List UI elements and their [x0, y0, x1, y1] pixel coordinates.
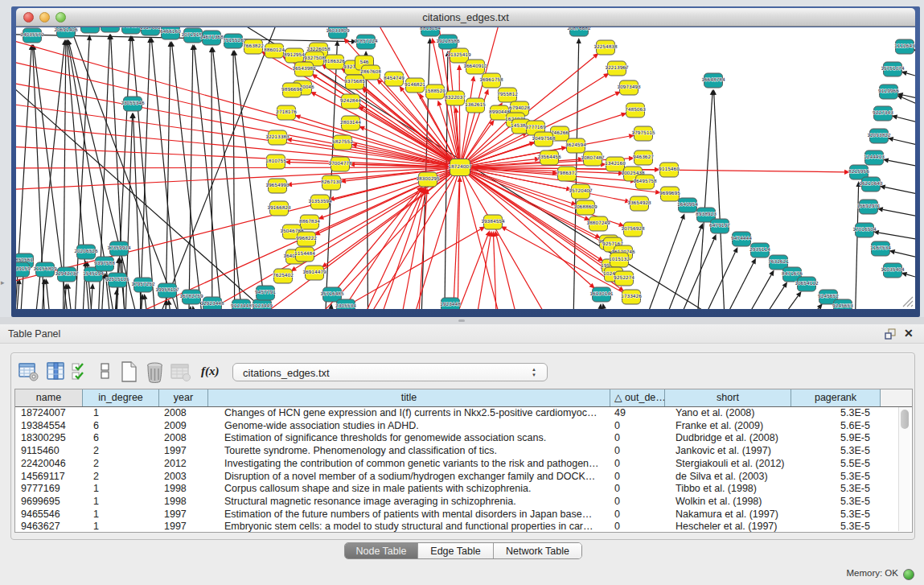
graph-node[interactable]: 19384554 — [481, 215, 505, 229]
graph-node[interactable]: 7625402 — [273, 269, 294, 283]
graph-node[interactable]: 9699695 — [659, 187, 680, 201]
graph-edge[interactable] — [712, 89, 727, 309]
graph-node[interactable]: 19166823 — [267, 201, 291, 216]
network-canvas[interactable]: 2403557220691406160446602095379610653267… — [16, 27, 915, 309]
graph-node[interactable]: 1167534 — [870, 241, 891, 256]
column-header-short[interactable]: short — [665, 389, 791, 406]
graph-node[interactable]: 10497568 — [532, 132, 556, 146]
graph-node[interactable]: 16044660 — [78, 27, 102, 33]
graph-node[interactable]: 9115460 — [659, 163, 680, 177]
graph-node[interactable]: 16033809 — [326, 27, 350, 39]
graph-node[interactable]: 7515526 — [223, 34, 244, 48]
delete-icon[interactable] — [146, 361, 165, 384]
graph-node[interactable]: 1015132 — [609, 253, 630, 267]
graph-node[interactable]: 17857224 — [354, 35, 378, 49]
graph-node[interactable]: 11353594 — [308, 195, 332, 209]
graph-node[interactable]: 18300295 — [416, 172, 440, 187]
graph-node[interactable]: 9227343 — [873, 106, 893, 121]
resize-grip-icon[interactable] — [901, 295, 914, 307]
graph-node[interactable]: 12213383 — [265, 130, 290, 145]
graph-node[interactable]: 8267130 — [321, 175, 342, 190]
table-column-icon[interactable] — [47, 361, 66, 382]
graph-edge[interactable] — [318, 167, 460, 220]
graph-node[interactable]: 19958107 — [155, 283, 179, 298]
row-height-icon[interactable] — [100, 361, 111, 382]
graph-edge[interactable] — [494, 231, 531, 309]
graph-node[interactable]: 15720407 — [569, 184, 593, 199]
graph-node[interactable]: 9146821 — [405, 78, 425, 93]
graph-node[interactable]: 13654923 — [627, 196, 651, 211]
graph-edge[interactable] — [659, 234, 717, 309]
table-row[interactable]: 1830029562008Estimation of significance … — [15, 432, 912, 445]
graph-edge[interactable] — [694, 89, 715, 309]
tab-node-table[interactable]: Node Table — [345, 543, 417, 559]
graph-node[interactable]: 9245653 — [832, 299, 853, 309]
panel-splitter[interactable] — [0, 317, 924, 324]
graph-node[interactable]: 6479197 — [709, 219, 730, 233]
graph-node[interactable]: 16961758 — [479, 73, 503, 88]
table-row[interactable]: 977716911998Corpus callosum shape and si… — [15, 483, 912, 496]
graph-node[interactable]: 9896696 — [281, 83, 302, 97]
tab-network-table[interactable]: Network Table — [493, 543, 581, 559]
graph-edge[interactable] — [877, 207, 915, 222]
graph-node[interactable]: 16543982 — [292, 62, 316, 76]
table-row[interactable]: 1938455462009Genome-wide association stu… — [15, 420, 912, 433]
graph-node[interactable]: 9375685 — [344, 75, 365, 89]
graph-node[interactable]: 12254838 — [593, 40, 618, 55]
graph-node[interactable]: 16495758 — [633, 175, 657, 189]
graph-node[interactable]: 2803144 — [340, 116, 361, 130]
graph-node[interactable]: 1362615 — [465, 98, 486, 113]
graph-edge[interactable] — [460, 76, 475, 167]
graph-edge[interactable] — [647, 223, 703, 309]
graph-node[interactable]: 8454749 — [384, 72, 405, 86]
graph-node[interactable]: 8860124 — [264, 43, 285, 58]
graph-edge[interactable] — [302, 60, 460, 167]
graph-edge[interactable] — [892, 114, 915, 130]
graph-edge[interactable] — [770, 303, 823, 309]
graph-node[interactable]: 20206526 — [74, 245, 98, 259]
graph-node[interactable]: 1244413 — [864, 150, 885, 165]
table-row[interactable]: 911546021997Tourette syndrome. Phenomeno… — [15, 445, 912, 458]
graph-edge[interactable] — [232, 50, 272, 309]
graph-node[interactable]: 1112643 — [894, 39, 915, 54]
graph-node[interactable]: 12213967 — [605, 61, 629, 76]
table-row[interactable]: 1456911722003Disruption of a novel membe… — [15, 471, 912, 484]
graph-node[interactable]: 7663822 — [243, 39, 264, 54]
table-row[interactable]: 2242004622012Investigating the contribut… — [15, 458, 912, 471]
graph-edge[interactable] — [901, 272, 915, 286]
graph-node[interactable]: 2935114 — [749, 243, 770, 257]
table-row[interactable]: 969969511998Structural magnetic resonanc… — [15, 496, 912, 509]
graph-node[interactable]: 9252274 — [614, 271, 634, 286]
graph-node[interactable]: 8186326 — [324, 55, 345, 69]
graph-node[interactable]: 12093822 — [867, 129, 891, 143]
table-row[interactable]: 946554611997Estimation of the future num… — [15, 509, 912, 521]
table-row[interactable]: 946362711997Embryonic stem cells: a mode… — [15, 521, 912, 534]
graph-node[interactable]: 16648784 — [701, 73, 725, 88]
scrollbar-thumb[interactable] — [901, 410, 909, 429]
function-icon[interactable]: f(x) — [201, 365, 220, 378]
graph-node[interactable]: 17016504 — [852, 223, 877, 237]
node-table[interactable]: namein_degreeyeartitle△ out_de…shortpage… — [14, 389, 913, 533]
graph-node[interactable]: 16130141 — [589, 287, 614, 302]
column-header-out_degree[interactable]: △ out_de… — [610, 389, 665, 406]
graph-node[interactable]: 9474444 — [731, 232, 752, 246]
graph-edge[interactable] — [191, 306, 202, 309]
graph-edge[interactable] — [209, 47, 214, 309]
graph-node[interactable]: 11035404 — [881, 263, 905, 278]
graph-node[interactable]: 9123449 — [252, 299, 273, 309]
graph-node[interactable]: 9242844 — [340, 94, 361, 109]
graph-node[interactable]: 9457791 — [255, 286, 276, 300]
graph-edge[interactable] — [602, 303, 613, 309]
window-titlebar[interactable]: citations_edges.txt — [16, 8, 915, 27]
graph-node[interactable]: 10973493 — [617, 80, 641, 95]
select-columns-icon[interactable] — [72, 361, 88, 382]
graph-edge[interactable] — [188, 44, 195, 309]
graph-edge[interactable] — [888, 137, 915, 152]
graph-node[interactable]: 5827552 — [332, 135, 353, 150]
graph-node[interactable]: 10756928 — [621, 222, 645, 237]
graph-node[interactable]: 16640910 — [463, 60, 487, 74]
graph-node[interactable]: 23564456 — [537, 150, 561, 165]
graph-node[interactable]: 12942737 — [55, 267, 79, 282]
graph-edge[interactable] — [880, 185, 915, 200]
graph-edge[interactable] — [883, 158, 915, 172]
